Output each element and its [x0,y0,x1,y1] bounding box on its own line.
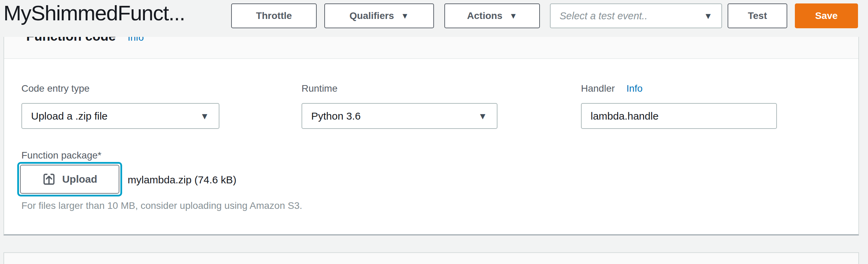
runtime-dropdown[interactable]: Python 3.6 ▼ [302,103,497,129]
upload-button[interactable]: Upload [20,165,119,194]
handler-field-wrap [581,103,777,129]
handler-input[interactable] [591,110,767,122]
handler-info-link[interactable]: Info [627,83,643,94]
qualifiers-button-label: Qualifiers [349,10,394,21]
save-button[interactable]: Save [795,3,858,28]
next-section-card [3,252,859,264]
throttle-button-label: Throttle [256,10,292,21]
actions-button[interactable]: Actions ▼ [444,3,540,28]
test-event-select[interactable]: Select a test event.. ▼ [550,3,722,28]
save-button-label: Save [815,10,838,21]
chevron-down-icon: ▼ [509,12,517,20]
code-entry-type-label: Code entry type [21,83,90,94]
qualifiers-button[interactable]: Qualifiers ▼ [324,3,434,28]
upload-icon [42,172,56,186]
uploaded-file-name: mylambda.zip (74.6 kB) [128,174,236,186]
chevron-down-icon: ▼ [478,112,487,121]
runtime-label: Runtime [302,83,337,94]
code-entry-type-value: Upload a .zip file [31,110,108,122]
function-package-label: Function package* [21,150,101,161]
runtime-value: Python 3.6 [311,110,361,122]
s3-help-text: For files larger than 10 MB, consider up… [21,200,302,212]
chevron-down-icon: ▼ [200,112,209,121]
page-header: MyShimmedFunct... Throttle Qualifiers ▼ … [0,0,868,37]
upload-button-label: Upload [62,173,97,185]
test-button[interactable]: Test [728,3,787,28]
throttle-button[interactable]: Throttle [231,3,317,28]
function-code-card: Function code Info Code entry type Runti… [3,24,859,235]
actions-button-label: Actions [467,10,503,21]
function-name-title: MyShimmedFunct... [3,1,185,25]
handler-label: Handler [581,83,615,94]
test-button-label: Test [748,10,767,21]
code-entry-type-dropdown[interactable]: Upload a .zip file ▼ [21,103,219,129]
handler-label-row: Handler Info [581,83,643,94]
chevron-down-icon: ▼ [704,12,712,20]
chevron-down-icon: ▼ [401,12,409,20]
upload-button-focus-ring: Upload [17,162,122,196]
test-event-placeholder: Select a test event.. [560,10,648,22]
